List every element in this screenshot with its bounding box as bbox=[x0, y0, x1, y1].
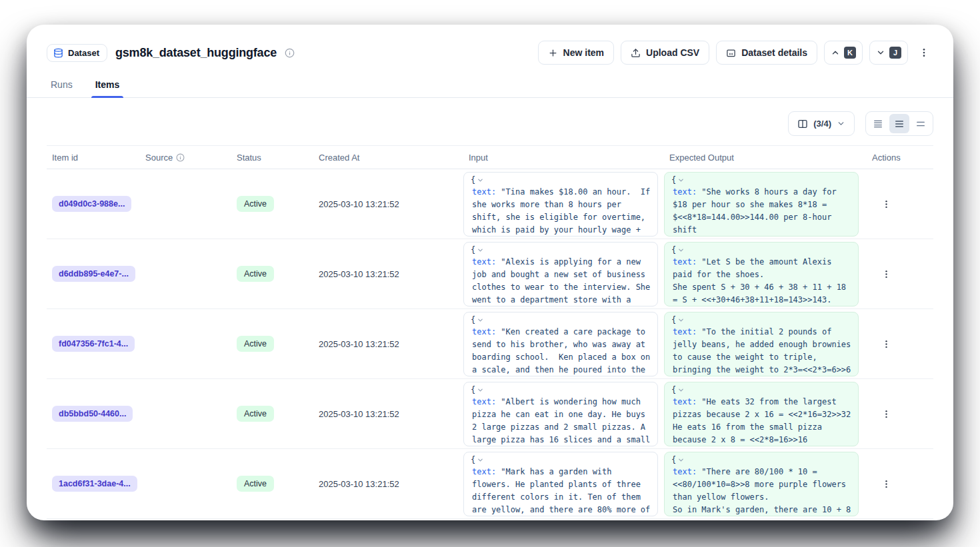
json-value: "Tina makes $18.00 an hour. If she works… bbox=[472, 187, 655, 237]
row-actions-button[interactable] bbox=[877, 405, 895, 422]
previous-item-button[interactable]: K bbox=[824, 41, 863, 65]
chevron-down-icon[interactable] bbox=[677, 316, 685, 324]
json-key: text: bbox=[472, 327, 496, 336]
chevron-down-icon[interactable] bbox=[677, 386, 685, 394]
json-open-brace: { bbox=[471, 175, 475, 185]
item-id-badge[interactable]: 1acd6f31-3dae-4... bbox=[52, 476, 137, 492]
json-value: "Ken created a care package to send to h… bbox=[472, 327, 655, 376]
row-actions-button[interactable] bbox=[877, 475, 895, 492]
json-open-brace: { bbox=[471, 315, 475, 324]
json-open-brace: { bbox=[671, 315, 676, 324]
created-at-value: 2025-03-10 13:21:52 bbox=[313, 199, 463, 209]
actions-cell bbox=[867, 195, 933, 213]
json-key: text: bbox=[472, 467, 496, 476]
more-options-button[interactable] bbox=[915, 41, 933, 65]
input-cell: { text: "Mark has a garden with flowers.… bbox=[463, 452, 664, 516]
col-header-status[interactable]: Status bbox=[231, 153, 313, 163]
input-json-viewer[interactable]: { text: "Tina makes $18.00 an hour. If s… bbox=[463, 172, 658, 237]
output-json-viewer[interactable]: { text: "Let S be the amount Alexis paid… bbox=[664, 242, 859, 306]
table-row[interactable]: db5bbd50-4460... Active 2025-03-10 13:21… bbox=[47, 379, 933, 449]
created-at-value: 2025-03-10 13:21:52 bbox=[313, 409, 463, 419]
new-item-button[interactable]: New item bbox=[538, 41, 614, 65]
chevron-down-icon[interactable] bbox=[677, 247, 685, 254]
table-row[interactable]: d049d0c3-988e... Active 2025-03-10 13:21… bbox=[47, 169, 933, 239]
row-height-medium-button[interactable] bbox=[889, 114, 909, 133]
json-value: "She works 8 hours a day for $18 per hou… bbox=[673, 187, 856, 237]
col-header-item-id[interactable]: Item id bbox=[47, 153, 140, 163]
dataset-details-button[interactable]: Dataset details bbox=[716, 41, 817, 65]
chevron-down-icon[interactable] bbox=[677, 177, 685, 184]
item-id-badge[interactable]: fd047356-7fc1-4... bbox=[52, 336, 135, 352]
input-json-viewer[interactable]: { text: "Ken created a care package to s… bbox=[463, 312, 658, 376]
json-value: "There are 80/100 * 10 = <<80/100*10=8>>… bbox=[673, 467, 856, 516]
input-cell: { text: "Albert is wondering how much pi… bbox=[463, 382, 664, 446]
chevron-down-icon[interactable] bbox=[477, 177, 484, 184]
chevron-down-icon[interactable] bbox=[477, 247, 484, 254]
input-cell: { text: "Alexis is applying for a new jo… bbox=[463, 242, 664, 306]
col-header-created-at[interactable]: Created At bbox=[313, 153, 463, 163]
col-header-expected-output[interactable]: Expected Output bbox=[664, 153, 867, 163]
status-badge: Active bbox=[237, 266, 274, 282]
next-item-button[interactable]: J bbox=[869, 41, 908, 65]
json-key: text: bbox=[673, 257, 697, 267]
row-height-toggle-group bbox=[865, 111, 933, 136]
item-id-badge[interactable]: db5bbd50-4460... bbox=[52, 406, 133, 422]
row-actions-button[interactable] bbox=[877, 195, 895, 213]
tab-items[interactable]: Items bbox=[91, 74, 124, 97]
status-badge: Active bbox=[237, 336, 274, 352]
status-cell: Active bbox=[231, 196, 313, 212]
json-value: "Let S be the amount Alexis paid for the… bbox=[673, 257, 851, 306]
density-small-icon bbox=[873, 119, 883, 129]
item-id-badge[interactable]: d6ddb895-e4e7-... bbox=[52, 266, 135, 282]
item-id-cell: 1acd6f31-3dae-4... bbox=[47, 476, 140, 492]
chevron-down-icon[interactable] bbox=[677, 456, 685, 464]
info-icon[interactable] bbox=[285, 48, 295, 58]
chevron-down-icon[interactable] bbox=[477, 456, 484, 464]
tab-runs[interactable]: Runs bbox=[47, 74, 77, 97]
row-height-large-button[interactable] bbox=[911, 114, 931, 133]
table-toolbar: (3/4) bbox=[27, 98, 953, 145]
expected-output-cell: { text: "To the initial 2 pounds of jell… bbox=[664, 312, 867, 376]
status-badge: Active bbox=[237, 476, 274, 492]
json-open-brace: { bbox=[671, 245, 676, 255]
row-actions-button[interactable] bbox=[877, 335, 895, 352]
status-cell: Active bbox=[231, 476, 313, 492]
row-actions-button[interactable] bbox=[877, 265, 895, 282]
row-height-small-button[interactable] bbox=[868, 114, 888, 133]
output-json-viewer[interactable]: { text: "There are 80/100 * 10 = <<80/10… bbox=[664, 452, 859, 516]
info-icon[interactable] bbox=[176, 153, 185, 162]
table-row[interactable]: d6ddb895-e4e7-... Active 2025-03-10 13:2… bbox=[47, 239, 933, 309]
item-id-cell: fd047356-7fc1-4... bbox=[47, 336, 140, 352]
table-row[interactable]: fd047356-7fc1-4... Active 2025-03-10 13:… bbox=[47, 309, 933, 379]
json-open-brace: { bbox=[671, 385, 676, 394]
dataset-details-label: Dataset details bbox=[741, 47, 807, 58]
tab-bar: Runs Items bbox=[27, 74, 953, 98]
input-json-viewer[interactable]: { text: "Albert is wondering how much pi… bbox=[463, 382, 658, 446]
actions-cell bbox=[867, 335, 933, 352]
col-header-input[interactable]: Input bbox=[463, 153, 664, 163]
json-value: "To the initial 2 pounds of jelly beans,… bbox=[673, 327, 856, 376]
expected-output-cell: { text: "She works 8 hours a day for $18… bbox=[664, 172, 867, 237]
item-id-cell: d049d0c3-988e... bbox=[47, 196, 140, 212]
col-header-source[interactable]: Source bbox=[140, 153, 231, 163]
output-json-viewer[interactable]: { text: "To the initial 2 pounds of jell… bbox=[664, 312, 859, 376]
created-at-value: 2025-03-10 13:21:52 bbox=[313, 339, 463, 349]
upload-csv-button[interactable]: Upload CSV bbox=[621, 41, 709, 65]
status-cell: Active bbox=[231, 406, 313, 422]
app-window: Dataset gsm8k_dataset_huggingface New it… bbox=[27, 25, 953, 520]
page-header: Dataset gsm8k_dataset_huggingface New it… bbox=[27, 25, 953, 65]
table-row[interactable]: 1acd6f31-3dae-4... Active 2025-03-10 13:… bbox=[47, 449, 933, 519]
density-medium-icon bbox=[894, 119, 905, 129]
json-key: text: bbox=[673, 467, 697, 476]
chevron-down-icon[interactable] bbox=[477, 386, 484, 394]
item-id-badge[interactable]: d049d0c3-988e... bbox=[52, 196, 131, 212]
kebab-menu-icon bbox=[881, 339, 891, 349]
output-json-viewer[interactable]: { text: "She works 8 hours a day for $18… bbox=[664, 172, 859, 237]
input-json-viewer[interactable]: { text: "Alexis is applying for a new jo… bbox=[463, 242, 658, 306]
input-cell: { text: "Tina makes $18.00 an hour. If s… bbox=[463, 172, 664, 237]
columns-selector-button[interactable]: (3/4) bbox=[788, 111, 855, 136]
chevron-down-icon[interactable] bbox=[477, 316, 484, 324]
input-json-viewer[interactable]: { text: "Mark has a garden with flowers.… bbox=[463, 452, 658, 516]
status-badge: Active bbox=[237, 196, 274, 212]
output-json-viewer[interactable]: { text: "He eats 32 from the largest piz… bbox=[664, 382, 859, 446]
